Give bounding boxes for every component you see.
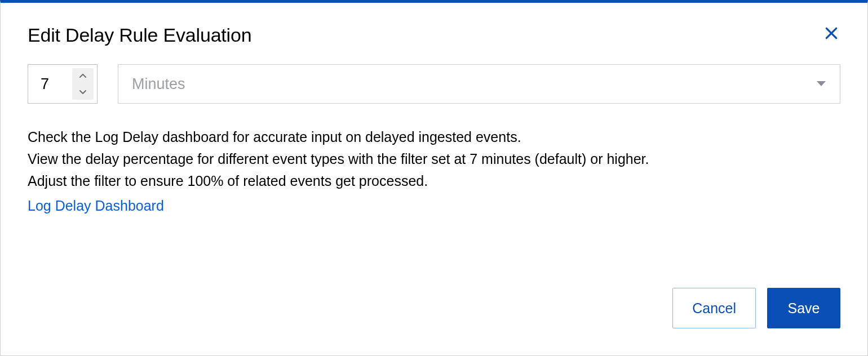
close-icon [824, 26, 839, 41]
spinner-up-button[interactable] [72, 68, 94, 84]
chevron-up-icon [79, 73, 87, 79]
description-line-3: Adjust the filter to ensure 100% of rela… [28, 170, 840, 192]
modal-footer: Cancel Save [672, 288, 840, 328]
save-button[interactable]: Save [767, 288, 840, 328]
inputs-row: Minutes [28, 64, 840, 104]
chevron-down-icon [79, 89, 87, 95]
svg-marker-2 [817, 81, 826, 86]
delay-number-field[interactable] [28, 64, 98, 104]
caret-down-icon [816, 79, 826, 89]
delay-unit-selected-label: Minutes [132, 75, 185, 93]
close-button[interactable] [822, 24, 840, 42]
delay-value-input[interactable] [28, 65, 72, 103]
spinner-down-button[interactable] [72, 84, 94, 100]
log-delay-dashboard-link[interactable]: Log Delay Dashboard [28, 195, 164, 217]
description-line-2: View the delay percentage for different … [28, 148, 840, 170]
modal-header: Edit Delay Rule Evaluation [28, 24, 840, 46]
delay-unit-select[interactable]: Minutes [118, 64, 840, 104]
number-spinner [72, 68, 94, 100]
edit-delay-rule-modal: Edit Delay Rule Evaluation Minutes [0, 0, 868, 356]
cancel-button[interactable]: Cancel [672, 288, 756, 328]
modal-title: Edit Delay Rule Evaluation [28, 24, 251, 46]
description-block: Check the Log Delay dashboard for accura… [28, 126, 840, 217]
description-line-1: Check the Log Delay dashboard for accura… [28, 126, 840, 148]
